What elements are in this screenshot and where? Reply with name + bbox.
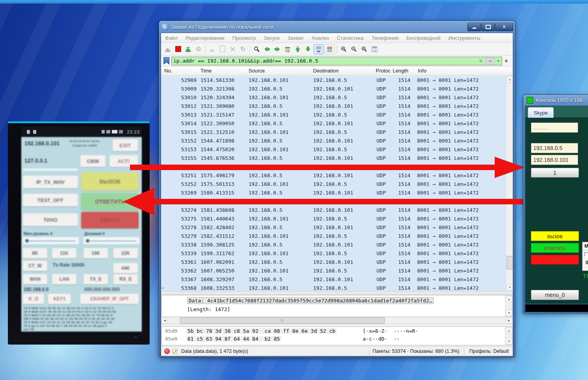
close-button[interactable]: X — [495, 23, 513, 31]
scroll-up-icon[interactable]: ▲ — [506, 76, 513, 83]
packet-row[interactable]: 52989 1514.561330 192.168.0.101 192.168.… — [161, 76, 506, 85]
autoscroll-toggle[interactable] — [313, 44, 324, 54]
mic-slider-thumb[interactable] — [584, 252, 588, 259]
scroll-down-icon[interactable]: ▼ — [506, 310, 512, 316]
column-length[interactable]: Length — [393, 68, 408, 74]
menu-item[interactable]: Файл — [161, 35, 182, 41]
hex-scrollbar[interactable]: ▲ ▼ — [505, 327, 512, 345]
packet-row[interactable]: 53274 1581.438608 192.168.0.5 192.168.0.… — [161, 206, 506, 215]
packet-row[interactable]: 53368 1608.332533 192.168.0.101 192.168.… — [161, 284, 506, 291]
maximize-button[interactable] — [481, 23, 495, 31]
packet-row[interactable]: 53269 1580.413315 192.168.0.5 192.168.0.… — [161, 189, 506, 197]
console-ip2-field[interactable] — [531, 155, 578, 165]
open-file-icon[interactable] — [208, 44, 217, 54]
colorize-toggle[interactable] — [325, 44, 335, 54]
console-dots-field[interactable] — [531, 122, 578, 133]
packet-row[interactable]: 53252 1575.501313 192.168.0.101 192.168.… — [161, 180, 506, 189]
column-protocol[interactable]: Protoc — [376, 68, 391, 74]
column-no[interactable]: No. — [164, 68, 172, 74]
stop-capture-icon[interactable] — [173, 44, 183, 54]
packet-row[interactable]: 53338 1599.308125 192.168.0.5 192.168.0.… — [161, 241, 506, 249]
details-scrollbar[interactable]: ▲ ▼ — [505, 295, 512, 317]
menu-item[interactable]: Телефония — [367, 35, 402, 41]
goto-packet-icon[interactable] — [283, 44, 292, 54]
console-answer-button[interactable]: ответить — [531, 243, 579, 253]
status-profile[interactable]: Профиль: Default — [467, 348, 513, 354]
capture-comment-icon[interactable] — [172, 348, 178, 354]
packet-list-scrollbar[interactable]: ▲ ▼ — [506, 76, 513, 291]
minimize-button[interactable] — [467, 23, 481, 31]
packet-row[interactable]: 53153 1544.475020 192.168.0.101 192.168.… — [161, 145, 506, 154]
packet-row[interactable]: 53015 1522.312510 192.168.0.101 192.168.… — [161, 128, 506, 137]
detail-data-field[interactable]: Data: 4c41bcf1d54c7688f21327dadc3505f59c… — [187, 297, 434, 304]
scroll-thumb[interactable] — [506, 256, 513, 269]
pane-splitter[interactable] — [161, 291, 513, 295]
menu-item[interactable]: Анализ — [308, 35, 333, 41]
console-reset-button[interactable]: сброс — [531, 255, 579, 265]
first-packet-icon[interactable] — [293, 44, 302, 54]
reload-icon[interactable]: ↻ — [238, 44, 248, 54]
resize-columns-icon[interactable] — [370, 44, 379, 54]
console-menu0-button[interactable]: menu_0 — [531, 290, 579, 300]
find-packet-icon[interactable] — [252, 44, 262, 54]
column-info[interactable]: Info — [418, 68, 427, 74]
menu-item[interactable]: Редактирование — [182, 35, 228, 41]
menu-item[interactable]: Запуск — [260, 35, 284, 41]
packet-row[interactable]: 53367 1608.329297 192.168.0.5 192.168.0.… — [161, 275, 506, 284]
menu-item[interactable]: Беспроводной — [403, 35, 445, 41]
packet-row[interactable]: 53010 1520.324394 192.168.0.101 192.168.… — [161, 93, 506, 102]
scroll-up-icon[interactable]: ▲ — [506, 296, 512, 302]
capture-options-icon[interactable]: ⚙ — [194, 44, 203, 54]
filter-apply-icon[interactable]: ➜ — [486, 57, 494, 65]
zoom-in-icon[interactable] — [339, 44, 349, 54]
expert-info-icon[interactable] — [164, 348, 170, 354]
packet-row[interactable]: 53152 1544.471898 192.168.0.5 192.168.0.… — [161, 137, 506, 145]
packet-row[interactable]: 53009 1520.321308 192.168.0.5 192.168.0.… — [161, 85, 506, 93]
scroll-down-icon[interactable]: ▼ — [506, 284, 513, 291]
zoom-out-icon[interactable] — [349, 44, 359, 54]
last-packet-icon[interactable] — [303, 44, 313, 54]
restart-capture-icon[interactable] — [184, 44, 193, 54]
scroll-right-icon[interactable]: ▶ — [506, 317, 512, 324]
hex-row[interactable]: 05e0 61 c5 63 94 8f 64 44 84 b2 85 a·c··… — [162, 335, 512, 343]
display-filter-input[interactable] — [172, 58, 477, 64]
column-time[interactable]: Time — [200, 68, 211, 74]
packet-row[interactable]: 53156 1545.679644 192.168.0.101 192.168.… — [161, 163, 506, 171]
hscroll-thumb[interactable]: lll — [180, 317, 385, 324]
filter-clear-icon[interactable]: ✕ — [477, 58, 485, 64]
menu-item[interactable]: Статистика — [333, 35, 367, 41]
menu-item[interactable]: Захват — [284, 35, 308, 41]
save-file-icon[interactable] — [218, 44, 227, 54]
menu-item[interactable]: Инструменты — [444, 35, 484, 41]
filter-dropdown-caret[interactable]: ▼ — [495, 59, 502, 63]
wireshark-titlebar[interactable]: Захват из Подключение по локальной сети … — [161, 21, 513, 33]
packet-row[interactable]: 53279 1582.431512 192.168.0.101 192.168.… — [161, 232, 506, 241]
packet-row[interactable]: 53013 1521.315147 192.168.0.101 192.168.… — [161, 111, 506, 119]
close-file-icon[interactable] — [228, 44, 237, 54]
packet-row[interactable]: 53270 1580.416831 192.168.0.101 192.168.… — [161, 197, 506, 206]
packet-row[interactable]: 53362 1607.065250 192.168.0.101 192.168.… — [161, 267, 506, 275]
packet-row[interactable]: 53278 1582.428402 192.168.0.5 192.168.0.… — [161, 223, 506, 232]
detail-length-field[interactable]: [Length: 1472] — [187, 306, 230, 312]
packet-row[interactable]: 53014 1522.309050 192.168.0.5 192.168.0.… — [161, 119, 506, 128]
packet-row[interactable]: 53155 1545.676536 192.168.0.5 192.168.0.… — [161, 154, 506, 163]
tab-skype[interactable]: Skype — [528, 107, 554, 118]
column-destination[interactable]: Destination — [313, 68, 339, 74]
packet-row[interactable]: 53012 1521.309080 192.168.0.5 192.168.0.… — [161, 102, 506, 111]
column-source[interactable]: Source — [249, 68, 265, 74]
menu-item[interactable]: Просмотр — [228, 35, 260, 41]
next-packet-icon[interactable] — [273, 44, 282, 54]
previous-packet-icon[interactable] — [262, 44, 272, 54]
packet-row[interactable]: 53361 1607.062091 192.168.0.5 192.168.0.… — [161, 258, 506, 267]
console-call-button[interactable]: вызов — [531, 231, 579, 241]
filter-bookmark-icon[interactable] — [163, 57, 169, 65]
filter-add-button[interactable]: + — [502, 57, 510, 65]
packet-row[interactable]: 53339 1599.311762 192.168.0.101 192.168.… — [161, 249, 506, 258]
console-one-button[interactable]: 1 — [531, 168, 579, 178]
details-hscrollbar[interactable]: ◀ lll ▶ — [161, 317, 513, 324]
hex-row[interactable]: 05d0 5b bc 78 3d 38 c8 5a 92 ca 08 ff 8e… — [162, 327, 512, 335]
start-capture-icon[interactable] — [163, 44, 173, 54]
scroll-up-icon[interactable]: ▲ — [506, 327, 512, 334]
packet-row[interactable]: 53251 1575.498179 192.168.0.5 192.168.0.… — [161, 171, 506, 180]
scroll-down-icon[interactable]: ▼ — [506, 338, 512, 345]
